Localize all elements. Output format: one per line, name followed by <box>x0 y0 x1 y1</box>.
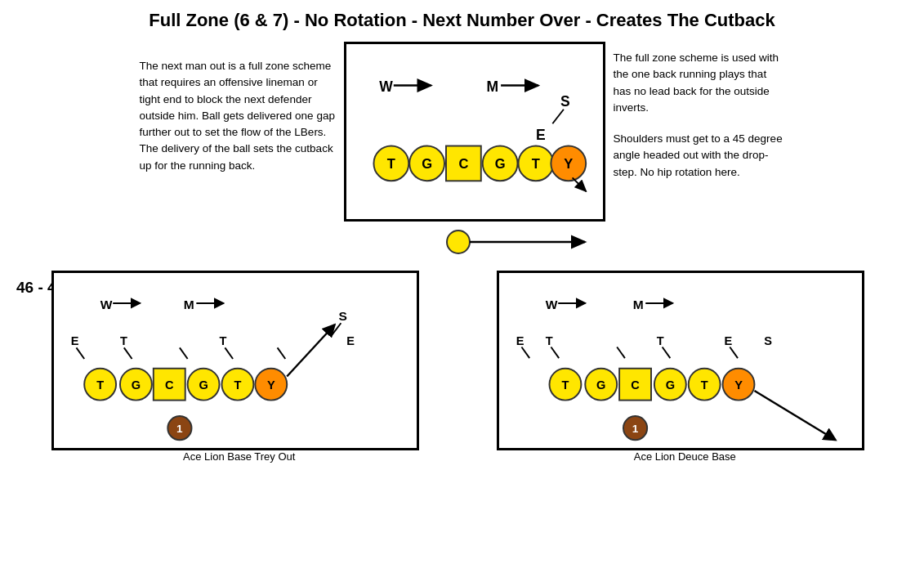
right-text-top: The full zone scheme is used with the on… <box>614 50 785 116</box>
svg-text:Y: Y <box>734 378 743 392</box>
svg-text:C: C <box>458 156 468 172</box>
svg-text:T: T <box>562 378 569 392</box>
svg-text:S: S <box>338 309 346 323</box>
right-text-bottom: Shoulders must get to a 45 degree angle … <box>614 131 785 181</box>
svg-text:M: M <box>633 298 644 311</box>
svg-text:C: C <box>165 378 174 392</box>
svg-text:T: T <box>219 334 226 347</box>
svg-text:G: G <box>131 378 140 392</box>
top-section: The next man out is a full zone scheme t… <box>0 42 924 262</box>
svg-text:G: G <box>199 378 208 392</box>
svg-text:1: 1 <box>632 423 639 435</box>
svg-text:T: T <box>120 334 127 347</box>
svg-text:W: W <box>100 298 112 311</box>
svg-text:S: S <box>764 334 772 347</box>
top-diagram: W M S E T G <box>344 42 605 222</box>
svg-text:T: T <box>96 378 104 392</box>
svg-text:M: M <box>486 78 498 95</box>
svg-text:T: T <box>531 156 539 172</box>
svg-text:G: G <box>596 378 605 392</box>
svg-text:Y: Y <box>267 378 275 392</box>
svg-line-51 <box>287 325 334 376</box>
svg-text:W: W <box>379 78 393 95</box>
bottom-right-container: W M E T T E S <box>497 271 873 463</box>
svg-text:E: E <box>725 334 733 347</box>
svg-line-34 <box>76 347 84 359</box>
svg-text:W: W <box>546 298 558 311</box>
svg-text:T: T <box>386 156 395 172</box>
svg-line-5 <box>552 110 564 124</box>
main-content: The next man out is a full zone scheme t… <box>0 38 924 575</box>
svg-line-36 <box>180 347 188 359</box>
svg-line-29 <box>330 323 341 337</box>
svg-line-65 <box>551 347 560 358</box>
page-title: Full Zone (6 & 7) - No Rotation - Next N… <box>0 0 924 38</box>
bottom-section: W M S E E T T <box>0 271 924 463</box>
svg-text:E: E <box>516 334 524 347</box>
svg-line-35 <box>124 347 132 359</box>
svg-line-67 <box>663 347 671 358</box>
svg-text:G: G <box>422 156 432 172</box>
left-description: The next man out is a full zone scheme t… <box>140 58 336 174</box>
svg-line-37 <box>225 347 233 359</box>
svg-text:T: T <box>546 334 553 347</box>
right-texts: The full zone scheme is used with the on… <box>614 42 793 181</box>
svg-text:M: M <box>184 298 194 311</box>
svg-line-38 <box>277 347 285 359</box>
svg-text:G: G <box>494 156 505 172</box>
svg-text:G: G <box>666 378 675 392</box>
svg-line-19 <box>572 177 586 191</box>
svg-text:S: S <box>560 93 570 110</box>
svg-line-68 <box>730 347 739 358</box>
bottom-right-labels: Ace Lion Deuce Base <box>497 450 873 463</box>
svg-line-64 <box>522 347 530 358</box>
svg-text:Y: Y <box>564 156 573 172</box>
svg-line-81 <box>755 391 836 440</box>
svg-text:E: E <box>535 127 545 143</box>
svg-text:T: T <box>234 378 241 392</box>
svg-text:E: E <box>70 334 78 347</box>
svg-text:1: 1 <box>176 423 183 435</box>
bottom-left-container: W M S E E T T <box>51 271 427 463</box>
bottom-left-diagram: W M S E E T T <box>51 271 419 450</box>
svg-line-66 <box>617 347 625 358</box>
bottom-right-diagram: W M E T T E S <box>497 271 864 450</box>
svg-text:E: E <box>346 334 355 347</box>
svg-point-21 <box>447 231 470 253</box>
svg-text:C: C <box>632 378 641 392</box>
bottom-left-labels: Ace Lion Base Trey Out <box>51 450 427 463</box>
svg-text:T: T <box>701 378 708 392</box>
svg-text:T: T <box>657 334 664 347</box>
